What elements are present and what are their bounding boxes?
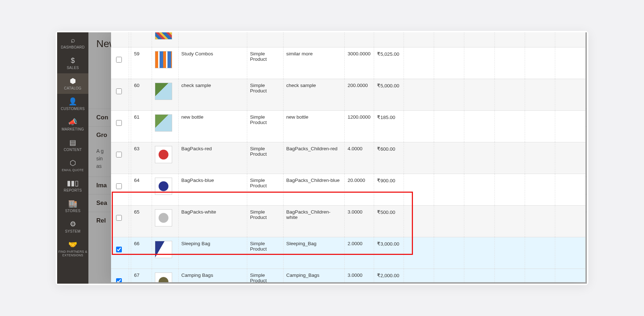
cell-price: ₹900.00 [374,174,404,206]
cell-type: Simple Product [247,174,283,206]
table-row[interactable]: 59Study CombosSimple Productsimilar more… [111,47,585,79]
cell-qty: 200.0000 [345,79,374,111]
nav-item-marketing[interactable]: 📣MARKETING [57,114,88,135]
product-thumbnail [155,114,172,132]
nav-item-dashboard[interactable]: ⌕DASHBOARD [57,32,88,53]
cell-type: Simple Product [247,111,283,142]
cell-type [247,32,283,47]
row-checkbox[interactable] [116,57,122,63]
admin-sidenav: ⌕DASHBOARD$SALES⬢CATALOG👤CUSTOMERS📣MARKE… [57,32,88,284]
row-checkbox[interactable] [116,88,122,94]
product-thumbnail [155,273,172,282]
cell-id: 63 [131,142,152,174]
cell-price: ₹2,000.00 [374,269,404,283]
nav-item-find-partners-extensions[interactable]: 🤝FIND PARTNERS & EXTENSIONS [57,237,88,261]
cell-price [374,32,404,47]
nav-item-reports[interactable]: ▮▮▯REPORTS [57,175,88,196]
cell-sku: Sleeping_Bag [283,237,345,269]
cell-id: 61 [131,111,152,142]
find-partners-extensions-icon: 🤝 [58,241,88,248]
nav-label: MARKETING [58,127,88,131]
nav-label: FIND PARTNERS & EXTENSIONS [58,250,88,257]
row-checkbox[interactable] [116,215,122,221]
nav-item-stores[interactable]: 🏬STORES [57,196,88,216]
cell-id: 60 [131,79,152,111]
row-checkbox[interactable] [116,247,122,252]
table-row[interactable]: 65BagPacks-whiteSimple ProductBagPacks_C… [111,206,585,237]
cell-type: Simple Product [247,237,283,269]
cell-sku: Camping_Bags [283,269,345,283]
table-row[interactable]: 66Sleeping BagSimple ProductSleeping_Bag… [111,237,585,269]
cell-name: BagPacks-blue [178,174,247,206]
cell-price: ₹500.00 [374,206,404,237]
cell-qty: 3000.0000 [345,47,374,79]
cell-qty: 2.0000 [345,237,374,269]
product-thumbnail [155,83,172,100]
nav-item-catalog[interactable]: ⬢CATALOG [57,73,88,94]
table-row[interactable] [111,32,585,47]
content-icon: ▤ [58,138,88,146]
cell-price: ₹185.00 [374,111,404,142]
email-quote-icon: ⬡ [58,159,88,167]
nav-item-content[interactable]: ▤CONTENT [57,135,88,155]
nav-item-system[interactable]: ⚙SYSTEM [57,216,88,237]
catalog-icon: ⬢ [58,77,88,85]
table-row[interactable]: 67Camping BagsSimple ProductCamping_Bags… [111,269,585,283]
reports-icon: ▮▮▯ [58,179,88,187]
cell-sku: BagPacks_Children-blue [283,174,345,206]
cell-name: Sleeping Bag [178,237,247,269]
nav-label: CATALOG [58,86,88,90]
cell-sku [283,32,345,47]
cell-type: Simple Product [247,142,283,174]
cell-type: Simple Product [247,206,283,237]
screenshot-frame: New Con Gro A g sin as Ima Sea Rel ⌕DASH… [56,31,588,285]
cell-price: ₹3,000.00 [374,237,404,269]
product-grid-panel: 59Study CombosSimple Productsimilar more… [111,32,585,282]
row-checkbox[interactable] [116,183,122,189]
nav-item-sales[interactable]: $SALES [57,53,88,73]
nav-label: CONTENT [58,148,88,152]
cell-sku: BagPacks_Children-white [283,206,345,237]
cell-price: ₹5,000.00 [374,79,404,111]
app-viewport: New Con Gro A g sin as Ima Sea Rel ⌕DASH… [57,32,587,284]
product-thumbnail [155,178,172,195]
row-checkbox[interactable] [116,120,122,126]
cell-price: ₹600.00 [374,142,404,174]
product-thumbnail [155,209,172,226]
cell-qty: 4.0000 [345,142,374,174]
table-row[interactable]: 64BagPacks-blueSimple ProductBagPacks_Ch… [111,174,585,206]
marketing-icon: 📣 [58,118,88,126]
nav-label: REPORTS [58,188,88,192]
cell-name [178,32,247,47]
nav-item-email-quote[interactable]: ⬡EMAIL QUOTE [57,155,88,175]
nav-label: DASHBOARD [58,45,88,49]
product-thumbnail [155,32,172,40]
cell-name: BagPacks-white [178,206,247,237]
cell-name: Camping Bags [178,269,247,283]
cell-id: 67 [131,269,152,283]
nav-label: EMAIL QUOTE [58,168,88,172]
cell-sku: BagPacks_Children-red [283,142,345,174]
row-checkbox[interactable] [116,278,122,282]
cell-id: 66 [131,237,152,269]
cell-id: 64 [131,174,152,206]
row-checkbox[interactable] [116,152,122,157]
cell-sku: check sample [283,79,345,111]
cell-id: 59 [131,47,152,79]
cell-type: Simple Product [247,47,283,79]
table-row[interactable]: 61new bottleSimple Productnew bottle1200… [111,111,585,142]
cell-qty [345,32,374,47]
nav-label: SYSTEM [58,229,88,233]
cell-qty: 3.0000 [345,269,374,283]
nav-label: SALES [58,66,88,70]
cell-name: new bottle [178,111,247,142]
nav-item-customers[interactable]: 👤CUSTOMERS [57,94,88,114]
table-row[interactable]: 60check sampleSimple Productcheck sample… [111,79,585,111]
cell-id [131,32,152,47]
table-row[interactable]: 63BagPacks-redSimple ProductBagPacks_Chi… [111,142,585,174]
dashboard-icon: ⌕ [58,36,88,44]
cell-price: ₹5,025.00 [374,47,404,79]
cell-name: BagPacks-red [178,142,247,174]
cell-qty: 1200.0000 [345,111,374,142]
cell-qty: 20.0000 [345,174,374,206]
